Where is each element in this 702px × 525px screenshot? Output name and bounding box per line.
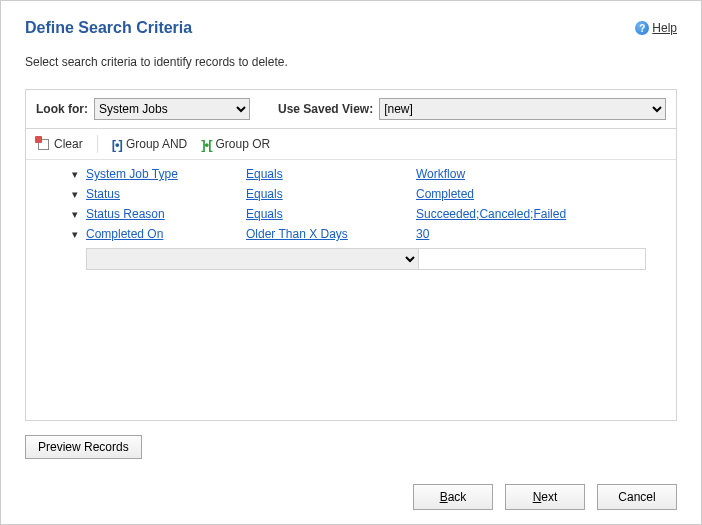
criteria-operator-link[interactable]: Equals bbox=[246, 167, 283, 181]
toolbar-separator bbox=[97, 135, 98, 153]
next-button[interactable]: Next bbox=[505, 484, 585, 510]
criteria-field-link[interactable]: Status Reason bbox=[86, 207, 165, 221]
criteria-value-link[interactable]: Succeeded;Canceled;Failed bbox=[416, 207, 566, 221]
new-field-select[interactable] bbox=[87, 249, 419, 269]
help-link[interactable]: ? Help bbox=[635, 21, 677, 35]
criteria-field-link[interactable]: Status bbox=[86, 187, 120, 201]
cancel-button[interactable]: Cancel bbox=[597, 484, 677, 510]
group-and-label: Group AND bbox=[126, 137, 187, 151]
group-or-button[interactable]: ]•[ Group OR bbox=[201, 137, 270, 152]
clear-icon bbox=[36, 137, 50, 151]
criteria-operator-link[interactable]: Equals bbox=[246, 207, 283, 221]
page-title: Define Search Criteria bbox=[25, 19, 192, 37]
criteria-row: ▾ Completed On Older Than X Days 30 bbox=[26, 224, 646, 244]
instruction-text: Select search criteria to identify recor… bbox=[25, 55, 677, 69]
clear-label: Clear bbox=[54, 137, 83, 151]
lookup-row: Look for: System Jobs Use Saved View: [n… bbox=[26, 90, 676, 129]
lookfor-label: Look for: bbox=[36, 102, 88, 116]
clear-button[interactable]: Clear bbox=[36, 137, 83, 151]
criteria-value-link[interactable]: Completed bbox=[416, 187, 474, 201]
criteria-body: ▾ System Job Type Equals Workflow ▾ Stat… bbox=[26, 160, 676, 420]
criteria-field-link[interactable]: Completed On bbox=[86, 227, 163, 241]
criteria-row: ▾ System Job Type Equals Workflow bbox=[26, 164, 646, 184]
lookfor-select[interactable]: System Jobs bbox=[94, 98, 250, 120]
criteria-row: ▾ Status Reason Equals Succeeded;Cancele… bbox=[26, 204, 646, 224]
criteria-operator-link[interactable]: Older Than X Days bbox=[246, 227, 348, 241]
footer-buttons: Back Next Cancel bbox=[413, 484, 677, 510]
criteria-operator-link[interactable]: Equals bbox=[246, 187, 283, 201]
new-criteria-row bbox=[86, 248, 646, 270]
criteria-field-link[interactable]: System Job Type bbox=[86, 167, 178, 181]
back-button[interactable]: Back bbox=[413, 484, 493, 510]
criteria-value-link[interactable]: 30 bbox=[416, 227, 429, 241]
help-text: Help bbox=[652, 21, 677, 35]
group-or-icon: ]•[ bbox=[201, 137, 211, 152]
criteria-row: ▾ Status Equals Completed bbox=[26, 184, 646, 204]
chevron-down-icon[interactable]: ▾ bbox=[72, 168, 78, 181]
criteria-panel: Look for: System Jobs Use Saved View: [n… bbox=[25, 89, 677, 421]
help-icon: ? bbox=[635, 21, 649, 35]
chevron-down-icon[interactable]: ▾ bbox=[72, 188, 78, 201]
group-and-icon: [•] bbox=[112, 137, 122, 152]
criteria-value-link[interactable]: Workflow bbox=[416, 167, 465, 181]
savedview-select[interactable]: [new] bbox=[379, 98, 666, 120]
criteria-toolbar: Clear [•] Group AND ]•[ Group OR bbox=[26, 129, 676, 160]
new-value-blank bbox=[419, 249, 645, 269]
preview-records-button[interactable]: Preview Records bbox=[25, 435, 142, 459]
chevron-down-icon[interactable]: ▾ bbox=[72, 208, 78, 221]
chevron-down-icon[interactable]: ▾ bbox=[72, 228, 78, 241]
group-and-button[interactable]: [•] Group AND bbox=[112, 137, 188, 152]
savedview-label: Use Saved View: bbox=[278, 102, 373, 116]
group-or-label: Group OR bbox=[215, 137, 270, 151]
